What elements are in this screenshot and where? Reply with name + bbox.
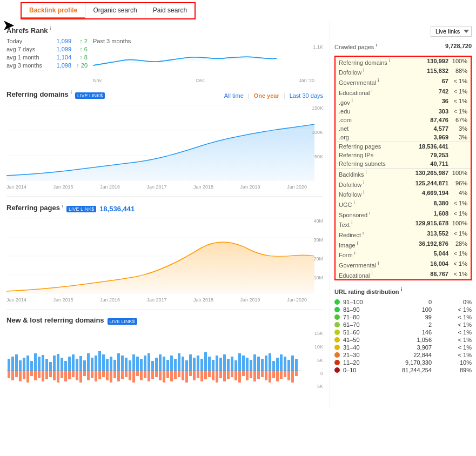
svg-rect-141 [219, 371, 222, 378]
stats-row-bl-governmental: Governmental i 16,004 < 1% [336, 259, 471, 270]
svg-rect-143 [227, 371, 230, 379]
svg-rect-52 [174, 359, 177, 371]
svg-rect-113 [113, 371, 116, 378]
tab-organic-search[interactable]: Organic search [85, 3, 145, 18]
referring-pages-badge: LIVE LINK$ [66, 206, 96, 212]
url-dot-91 [334, 299, 340, 305]
svg-rect-134 [193, 371, 196, 380]
svg-rect-48 [159, 354, 162, 371]
svg-rect-68 [234, 360, 237, 371]
svg-rect-138 [208, 371, 211, 377]
svg-rect-67 [231, 357, 233, 371]
svg-rect-133 [189, 371, 192, 376]
new-lost-chart: 15K 10K 5K 0 5K // Generate bars program… [6, 331, 323, 401]
url-row-91-100: 91–100 0 0% [334, 298, 472, 306]
svg-rect-91 [30, 371, 33, 376]
stats-row-ugc: UGC i 8,380 < 1% [336, 199, 471, 209]
url-dot-0 [334, 367, 340, 373]
svg-rect-25 [72, 354, 75, 371]
stats-row-dofollow: Dofollow i 115,832 88% [336, 66, 471, 77]
svg-rect-110 [102, 371, 105, 377]
svg-rect-39 [125, 358, 128, 371]
tab-paid-search[interactable]: Paid search [145, 3, 195, 18]
svg-rect-22 [61, 358, 63, 371]
svg-rect-23 [64, 361, 67, 371]
svg-rect-160 [291, 371, 294, 383]
tab-backlink-profile[interactable]: Backlink profile [22, 3, 85, 18]
svg-rect-81 [284, 357, 286, 371]
svg-rect-109 [98, 371, 101, 379]
svg-rect-128 [170, 371, 173, 381]
stats-row-gov: .gov i 36 < 1% [336, 97, 471, 107]
svg-rect-158 [284, 371, 286, 377]
svg-rect-131 [182, 371, 184, 380]
filter-last-30-days[interactable]: Last 30 days [290, 92, 323, 99]
svg-rect-45 [148, 353, 150, 371]
svg-rect-150 [253, 371, 256, 381]
svg-rect-42 [136, 357, 139, 371]
url-row-41-50: 41–50 1,056 < 1% [334, 336, 472, 344]
svg-rect-147 [242, 371, 245, 376]
svg-rect-34 [106, 359, 109, 371]
svg-rect-120 [140, 371, 143, 380]
svg-rect-61 [208, 357, 211, 371]
svg-rect-125 [159, 371, 162, 380]
svg-rect-100 [64, 371, 67, 381]
svg-rect-117 [129, 371, 131, 380]
svg-rect-121 [144, 371, 146, 378]
svg-rect-30 [91, 358, 93, 371]
rank-change-today: ↑ 2 [71, 38, 88, 44]
svg-rect-51 [170, 356, 173, 371]
svg-rect-63 [216, 356, 218, 371]
chart-period-label: Past 3 months [93, 38, 323, 44]
svg-rect-118 [132, 371, 135, 383]
svg-rect-93 [38, 371, 41, 378]
svg-rect-57 [193, 358, 196, 371]
svg-rect-18 [45, 359, 48, 371]
svg-rect-16 [38, 357, 41, 371]
new-lost-left: New & lost referring domains LIVE LINK$ [6, 316, 137, 327]
svg-rect-126 [163, 371, 165, 383]
svg-rect-66 [227, 359, 230, 371]
svg-rect-99 [61, 371, 63, 378]
svg-rect-36 [113, 360, 116, 371]
svg-rect-152 [261, 371, 264, 377]
svg-rect-29 [87, 353, 90, 371]
new-lost-svg: // Generate bars programmatically [6, 331, 314, 401]
svg-rect-55 [185, 360, 188, 371]
rank-label-7days: avg 7 days [6, 46, 50, 52]
url-dot-31 [334, 345, 340, 350]
stats-row-text: Text i 129,915,678 100% [336, 219, 471, 229]
url-rating-section: URL rating distribution i 91–100 0 0% 81… [334, 287, 472, 374]
stats-row-educational: Educational i 742 < 1% [336, 87, 471, 97]
rank-change-3months: ↑ 20 [71, 62, 88, 69]
referring-pages-value: 18,536,441 [99, 205, 135, 213]
filter-one-year[interactable]: One year [254, 92, 279, 99]
new-lost-header: New & lost referring domains LIVE LINK$ [6, 316, 323, 327]
svg-rect-101 [68, 371, 71, 379]
stats-row-image: Image i 36,192,876 28% [336, 239, 471, 250]
svg-rect-88 [19, 371, 22, 381]
svg-rect-46 [151, 361, 154, 371]
svg-rect-86 [11, 371, 14, 380]
svg-rect-98 [57, 371, 59, 383]
svg-rect-155 [272, 371, 275, 378]
svg-rect-64 [219, 358, 222, 371]
svg-rect-94 [42, 371, 44, 381]
crawled-pages-label: Crawled pages i [334, 42, 377, 50]
svg-rect-90 [26, 371, 29, 383]
svg-rect-129 [174, 371, 177, 379]
filter-all-time[interactable]: All time [224, 92, 244, 99]
rank-chart-area: Past 3 months 1.1K N [93, 38, 323, 81]
new-lost-badge: LIVE LINK$ [108, 318, 137, 325]
svg-rect-31 [95, 356, 97, 371]
svg-rect-146 [238, 371, 241, 383]
url-row-0-10: 0–10 81,244,254 89% [334, 366, 472, 374]
rank-change-1month: ↑ 8 [71, 54, 88, 61]
svg-rect-28 [83, 360, 86, 371]
rank-row-3months: avg 3 months 1,098 ↑ 20 [6, 62, 88, 69]
live-links-dropdown[interactable]: Live links All time [431, 26, 472, 37]
svg-rect-60 [204, 352, 207, 371]
svg-rect-37 [117, 353, 120, 371]
svg-rect-50 [166, 360, 169, 371]
